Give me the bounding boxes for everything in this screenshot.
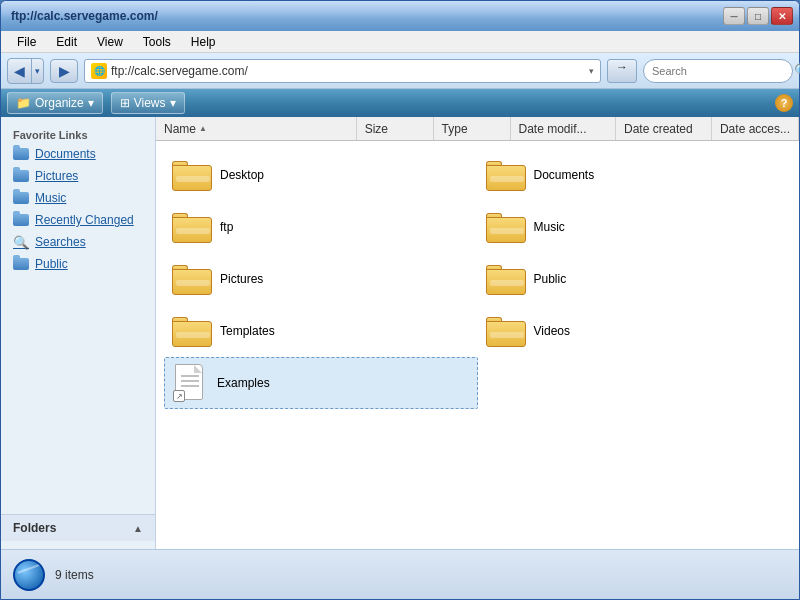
address-input[interactable] <box>111 64 585 78</box>
address-dropdown[interactable]: ▾ <box>589 66 594 76</box>
views-label: Views <box>134 96 166 110</box>
col-date-modified[interactable]: Date modif... <box>511 117 616 140</box>
views-button[interactable]: ⊞ Views ▾ <box>111 92 185 114</box>
sidebar-item-public[interactable]: Public <box>1 253 155 275</box>
shortcut-arrow: ↗ <box>173 390 185 402</box>
menu-view[interactable]: View <box>89 33 131 51</box>
status-bar: 9 items <box>1 549 799 599</box>
file-item-videos[interactable]: Videos <box>478 305 792 357</box>
toolbar2: 📁 Organize ▾ ⊞ Views ▾ ? <box>1 89 799 117</box>
file-panel: Name ▲ Size Type Date modif... Date crea… <box>156 117 799 549</box>
file-name: Videos <box>534 324 570 338</box>
back-dropdown[interactable]: ▾ <box>32 59 43 83</box>
file-item-ftp[interactable]: ftp <box>164 201 478 253</box>
sidebar-section-title: Favorite Links <box>1 125 155 143</box>
close-button[interactable]: ✕ <box>771 7 793 25</box>
sort-arrow: ▲ <box>199 124 207 133</box>
col-type[interactable]: Type <box>434 117 511 140</box>
pictures-icon <box>13 168 29 184</box>
menu-bar: File Edit View Tools Help <box>1 31 799 53</box>
back-button[interactable]: ◀ <box>8 59 32 83</box>
file-item-public[interactable]: Public <box>478 253 792 305</box>
forward-button[interactable]: ▶ <box>50 59 78 83</box>
sidebar-item-pictures[interactable]: Pictures <box>1 165 155 187</box>
status-item-count: 9 items <box>55 568 94 582</box>
col-size[interactable]: Size <box>357 117 434 140</box>
sidebar-item-documents[interactable]: Documents <box>1 143 155 165</box>
file-item-templates[interactable]: Templates <box>164 305 478 357</box>
file-item-desktop[interactable]: Desktop <box>164 149 478 201</box>
sidebar-item-label-recently-changed: Recently Changed <box>35 213 134 227</box>
sidebar-item-label-pictures: Pictures <box>35 169 78 183</box>
col-size-label: Size <box>365 122 388 136</box>
folder-icon <box>172 315 212 347</box>
sidebar-item-music[interactable]: Music <box>1 187 155 209</box>
searches-icon: 🔍 <box>13 234 29 250</box>
organize-icon: 📁 <box>16 96 31 110</box>
col-date-acc-label: Date acces... <box>720 122 790 136</box>
folder-icon <box>486 159 526 191</box>
col-date-mod-label: Date modif... <box>519 122 587 136</box>
music-icon <box>13 190 29 206</box>
organize-button[interactable]: 📁 Organize ▾ <box>7 92 103 114</box>
col-date-accessed[interactable]: Date acces... <box>712 117 799 140</box>
search-input[interactable] <box>652 65 790 77</box>
folders-arrow-icon: ▲ <box>133 523 143 534</box>
sidebar-item-searches[interactable]: 🔍 Searches <box>1 231 155 253</box>
sidebar-item-label-documents: Documents <box>35 147 96 161</box>
file-name: Public <box>534 272 567 286</box>
menu-edit[interactable]: Edit <box>48 33 85 51</box>
file-name: ftp <box>220 220 233 234</box>
doc-icon: ↗ <box>173 364 209 402</box>
views-arrow: ▾ <box>170 96 176 110</box>
sidebar-item-label-public: Public <box>35 257 68 271</box>
menu-tools[interactable]: Tools <box>135 33 179 51</box>
sidebar-item-label-searches: Searches <box>35 235 86 249</box>
col-name[interactable]: Name ▲ <box>156 117 357 140</box>
minimize-button[interactable]: ─ <box>723 7 745 25</box>
maximize-button[interactable]: □ <box>747 7 769 25</box>
col-name-label: Name <box>164 122 196 136</box>
file-item-examples[interactable]: ↗ Examples <box>164 357 478 409</box>
file-grid: Desktop Documents ftp <box>156 141 799 549</box>
public-icon <box>13 256 29 272</box>
file-item-music[interactable]: Music <box>478 201 792 253</box>
file-item-documents[interactable]: Documents <box>478 149 792 201</box>
organize-arrow: ▾ <box>88 96 94 110</box>
file-item-pictures[interactable]: Pictures <box>164 253 478 305</box>
globe-icon <box>13 559 45 591</box>
documents-icon <box>13 146 29 162</box>
sidebar-item-recently-changed[interactable]: Recently Changed <box>1 209 155 231</box>
search-icon[interactable]: 🔍 <box>794 63 800 78</box>
col-date-created[interactable]: Date created <box>616 117 712 140</box>
address-icon: 🌐 <box>91 63 107 79</box>
folders-label: Folders <box>13 521 56 535</box>
folder-icon <box>172 263 212 295</box>
file-name: Pictures <box>220 272 263 286</box>
menu-help[interactable]: Help <box>183 33 224 51</box>
file-name: Examples <box>217 376 270 390</box>
organize-label: Organize <box>35 96 84 110</box>
help-button[interactable]: ? <box>775 94 793 112</box>
folder-icon <box>172 159 212 191</box>
search-bar: 🔍 <box>643 59 793 83</box>
folder-icon <box>486 211 526 243</box>
nav-back-group: ◀ ▾ <box>7 58 44 84</box>
col-type-label: Type <box>442 122 468 136</box>
folders-panel[interactable]: Folders ▲ <box>1 514 155 541</box>
sidebar-item-label-music: Music <box>35 191 66 205</box>
sidebar: Favorite Links Documents Pictures Music … <box>1 117 156 549</box>
column-headers: Name ▲ Size Type Date modif... Date crea… <box>156 117 799 141</box>
col-date-created-label: Date created <box>624 122 693 136</box>
address-bar[interactable]: 🌐 ▾ <box>84 59 601 83</box>
address-toolbar: ◀ ▾ ▶ 🌐 ▾ → 🔍 <box>1 53 799 89</box>
menu-file[interactable]: File <box>9 33 44 51</box>
main-area: Favorite Links Documents Pictures Music … <box>1 117 799 549</box>
views-icon: ⊞ <box>120 96 130 110</box>
window-controls: ─ □ ✕ <box>723 7 793 25</box>
file-name: Desktop <box>220 168 264 182</box>
file-name: Music <box>534 220 565 234</box>
folder-icon <box>486 315 526 347</box>
folder-icon <box>172 211 212 243</box>
go-button[interactable]: → <box>607 59 637 83</box>
